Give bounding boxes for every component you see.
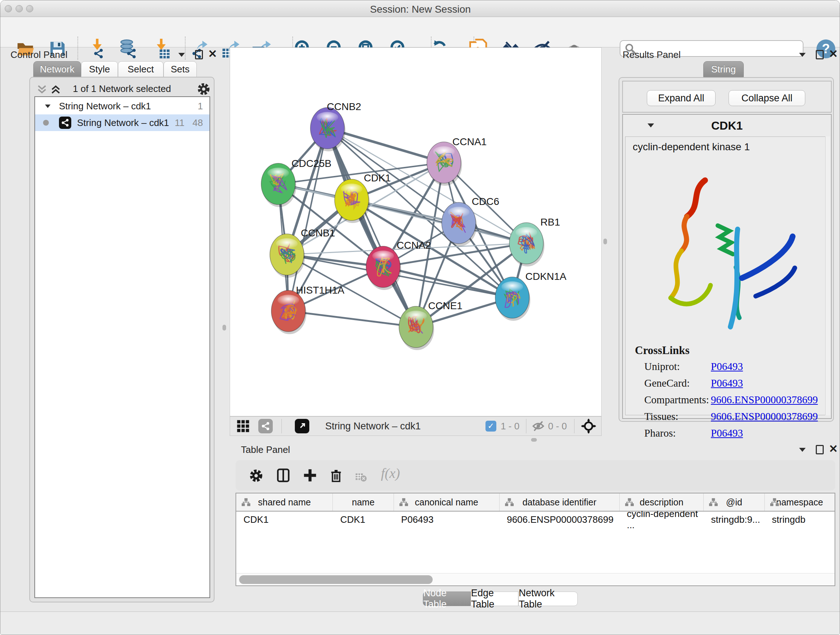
column-header[interactable]: shared name: [236, 494, 333, 511]
column-label: shared name: [258, 497, 311, 508]
crosslink-label: Pharos:: [644, 427, 676, 439]
network-edge[interactable]: [327, 128, 416, 327]
open-in-new-window-icon[interactable]: [295, 419, 309, 433]
gene-symbol: CDK1: [623, 119, 831, 133]
add-column-icon[interactable]: [303, 468, 317, 483]
network-node-ccna1[interactable]: CCNA1: [427, 136, 486, 186]
collapse-all-button[interactable]: Collapse All: [729, 90, 805, 106]
results-panel-title: Results Panel: [622, 49, 681, 60]
string-view-icon[interactable]: [258, 419, 273, 433]
delete-table-icon: [355, 470, 367, 483]
crosslink-label: Uniprot:: [644, 361, 680, 372]
status-separator: [526, 419, 526, 433]
tab-select[interactable]: Select: [118, 61, 164, 77]
network-edge[interactable]: [288, 311, 416, 327]
column-label: database identifier: [523, 497, 596, 508]
node-label: CDKN1A: [525, 271, 567, 282]
cell-id[interactable]: stringdb:9...: [704, 511, 764, 527]
panel-float-icon[interactable]: [816, 50, 824, 59]
network-tree-row-selected[interactable]: String Network – cdk1 11 48: [35, 114, 210, 131]
network-node-cdc25b[interactable]: CDC25B: [261, 158, 332, 207]
column-header[interactable]: @id: [704, 494, 764, 511]
tissues-link[interactable]: 9606.ENSP00000378699: [711, 410, 818, 423]
cell-namespace[interactable]: stringdb: [765, 511, 835, 527]
network-tree: String Network – cdk1 1 String Network –…: [34, 96, 210, 598]
table-hscrollbar[interactable]: [236, 573, 835, 585]
splitter-handle[interactable]: [603, 239, 607, 244]
tab-network-table[interactable]: Network Table: [518, 592, 578, 606]
column-header[interactable]: canonical name: [394, 494, 500, 511]
collection-count: 1: [198, 101, 203, 112]
column-header[interactable]: name: [333, 494, 393, 511]
panel-menu-icon[interactable]: [178, 53, 185, 57]
tab-string-results[interactable]: String: [703, 61, 744, 77]
results-scrollbar[interactable]: [825, 136, 830, 415]
column-label: namespace: [776, 497, 823, 508]
expand-collapse-bar: Expand All Collapse All: [622, 81, 832, 112]
column-tree-icon: [399, 497, 409, 507]
network-node-cdk1[interactable]: CDK1: [335, 172, 391, 223]
splitter-handle[interactable]: [223, 325, 226, 331]
table-row[interactable]: CDK1 CDK1 P06493 9606.ENSP00000378699 cy…: [236, 511, 835, 527]
tab-node-table[interactable]: Node Table: [423, 592, 471, 606]
splitter-handle[interactable]: [531, 438, 537, 442]
network-canvas[interactable]: CCNB2CCNA1CDC25BCDK1CDC6RB1CCNB1CCNA2CDK…: [230, 48, 602, 416]
main-toolbar: ?: [0, 17, 840, 48]
column-tree-icon: [625, 497, 634, 507]
network-node-rb1[interactable]: RB1: [509, 217, 560, 266]
tab-style[interactable]: Style: [81, 61, 118, 77]
genecard-link[interactable]: P06493: [711, 377, 743, 389]
uniprot-link[interactable]: P06493: [711, 361, 743, 372]
network-edge[interactable]: [288, 128, 327, 311]
expand-all-button[interactable]: Expand All: [647, 90, 715, 106]
selected-checkbox-icon[interactable]: ✓: [485, 421, 496, 432]
tree-expand-icon[interactable]: [45, 104, 50, 108]
tab-edge-table[interactable]: Edge Table: [471, 592, 518, 606]
column-header[interactable]: database identifier: [500, 494, 620, 511]
tab-sets[interactable]: Sets: [164, 61, 197, 77]
cell-shared-name[interactable]: CDK1: [236, 511, 333, 527]
panel-menu-icon[interactable]: [799, 53, 806, 57]
cell-name[interactable]: CDK1: [333, 511, 393, 527]
panel-menu-icon[interactable]: [799, 448, 806, 452]
panel-close-icon[interactable]: ✕: [829, 49, 838, 59]
hidden-count: 0 - 0: [548, 421, 567, 432]
cell-description[interactable]: cyclin-dependent ...: [620, 511, 704, 527]
column-tree-icon: [770, 497, 779, 507]
node-label: CCNA1: [453, 136, 487, 147]
network-node-cdkn1a[interactable]: CDKN1A: [495, 271, 567, 321]
hscrollbar-thumb[interactable]: [239, 575, 433, 584]
column-header[interactable]: namespace: [765, 494, 835, 511]
crosslink-label: Tissues:: [644, 410, 678, 423]
gear-icon[interactable]: [197, 82, 210, 96]
table-gear-icon[interactable]: [249, 469, 263, 483]
network-node-cdc6[interactable]: CDC6: [442, 196, 499, 246]
node-table: shared name name canonical name database…: [235, 493, 835, 586]
network-view-title: String Network – cdk1: [325, 421, 421, 432]
show-columns-icon[interactable]: [276, 468, 291, 483]
cell-canonical-name[interactable]: P06493: [394, 511, 500, 527]
panel-close-icon[interactable]: ✕: [208, 49, 217, 59]
tab-network[interactable]: Network: [33, 61, 81, 77]
panel-float-icon[interactable]: [816, 445, 824, 454]
compartments-link[interactable]: 9606.ENSP00000378699: [711, 394, 818, 406]
grid-view-icon[interactable]: [237, 420, 249, 432]
cell-database-identifier[interactable]: 9606.ENSP00000378699: [500, 511, 620, 527]
network-node-ccne1[interactable]: CCNE1: [399, 300, 462, 350]
birds-eye-crosshair-icon[interactable]: [581, 418, 596, 434]
network-node-hist1h1a[interactable]: HIST1H1A: [271, 285, 344, 334]
crosslink-label: Compartments:: [644, 394, 709, 406]
network-tree-root-row[interactable]: String Network – cdk1 1: [35, 98, 210, 114]
panel-close-icon[interactable]: ✕: [829, 444, 838, 454]
node-label: CCNB1: [301, 227, 335, 239]
pharos-link[interactable]: P06493: [711, 427, 743, 439]
table-tabs: Node Table Edge Table Network Table: [423, 592, 578, 606]
hidden-eye-slash-icon[interactable]: [532, 420, 545, 432]
network-view-toolbar: String Network – cdk1 ✓ 1 - 0 0 - 0: [230, 416, 602, 436]
window-status-bar: Memory: [0, 611, 840, 635]
crosslinks-heading: CrossLinks: [635, 344, 690, 357]
column-header[interactable]: description: [620, 494, 704, 511]
delete-column-trash-icon[interactable]: [329, 468, 343, 483]
control-panel-title: Control Panel: [11, 49, 68, 60]
panel-float-icon[interactable]: [195, 50, 203, 59]
